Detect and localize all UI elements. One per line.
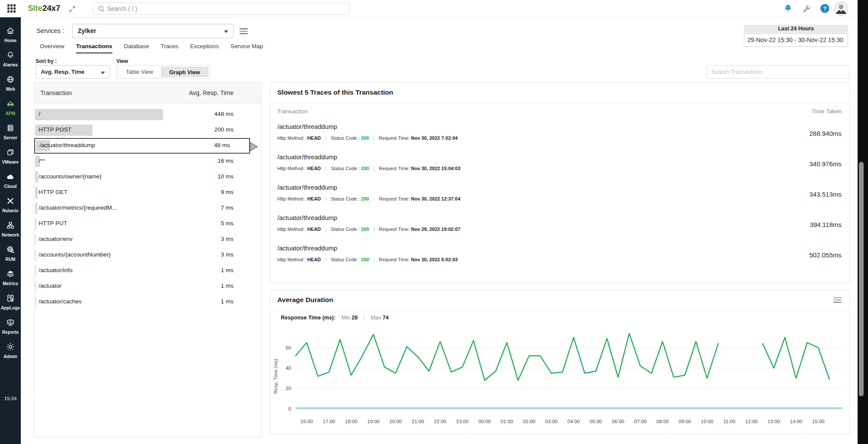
transaction-name: /actuator bbox=[39, 283, 62, 289]
traces-col-time-taken: Time Taken bbox=[812, 108, 842, 115]
sidebar-item-home[interactable]: Home bbox=[0, 23, 21, 47]
sidebar-item-metrics[interactable]: Metrics bbox=[0, 266, 21, 290]
tools-wrench-icon[interactable] bbox=[802, 3, 812, 14]
sort-by-dropdown[interactable]: Avg. Resp. Time bbox=[36, 65, 110, 79]
transaction-row[interactable]: /actuator/info1 ms bbox=[34, 263, 261, 279]
time-range-value[interactable]: 29-Nov-22 15:30 - 30-Nov-22 15:30 bbox=[744, 33, 848, 47]
metrics-icon bbox=[6, 270, 15, 280]
services-label: Services : bbox=[36, 27, 64, 34]
transaction-row[interactable]: HTTP POST200 ms bbox=[34, 122, 261, 138]
tab-database[interactable]: Database bbox=[124, 43, 149, 53]
response-time-bar bbox=[35, 203, 37, 214]
chart-menu-icon[interactable] bbox=[833, 297, 842, 303]
transaction-row[interactable]: /accounts/{accountNumber}3 ms bbox=[34, 247, 261, 263]
apps-grid-icon[interactable] bbox=[7, 4, 16, 13]
transaction-row[interactable]: HTTP PUT5 ms bbox=[34, 216, 261, 232]
time-range-picker[interactable]: Last 24 Hours 29-Nov-22 15:30 - 30-Nov-2… bbox=[744, 25, 848, 47]
transaction-avg-resp-time: 3 ms bbox=[221, 236, 233, 242]
services-dropdown[interactable]: Zylker bbox=[72, 24, 233, 38]
transaction-row[interactable]: /**16 ms bbox=[34, 154, 261, 169]
transaction-row[interactable]: /448 ms bbox=[34, 107, 261, 122]
transaction-row[interactable]: /actuator/caches1 ms bbox=[34, 294, 261, 310]
http-method-value: HEAD bbox=[307, 166, 321, 171]
search-transactions-input[interactable] bbox=[707, 65, 850, 79]
sidebar-item-nutanix[interactable]: Nutanix bbox=[0, 193, 21, 217]
avatar[interactable] bbox=[834, 1, 844, 12]
response-time-bar bbox=[35, 171, 38, 183]
response-time-bar bbox=[35, 109, 163, 120]
transaction-avg-resp-time: 16 ms bbox=[217, 158, 233, 164]
status-code-label: Status Code : bbox=[331, 166, 360, 171]
sidebar-item-rum[interactable]: RUM bbox=[0, 241, 21, 266]
sidebar-item-cloud[interactable]: Cloud bbox=[0, 168, 21, 193]
vmware-icon bbox=[6, 148, 15, 158]
trace-transaction-name[interactable]: /actuator/threaddump bbox=[277, 154, 337, 161]
svg-text:01:00: 01:00 bbox=[500, 419, 513, 424]
trace-transaction-name[interactable]: /actuator/threaddump bbox=[277, 214, 337, 221]
sidebar-item-server[interactable]: Server bbox=[0, 120, 21, 144]
request-time-label: Request Time: bbox=[379, 196, 410, 201]
status-code-label: Status Code : bbox=[331, 257, 360, 262]
tab-traces[interactable]: Traces bbox=[161, 43, 178, 53]
time-range-label: Last 24 Hours bbox=[744, 25, 848, 33]
home-icon bbox=[6, 26, 15, 37]
graph-view-button[interactable]: Graph View bbox=[161, 67, 208, 77]
transaction-row[interactable]: /actuator1 ms bbox=[34, 279, 261, 294]
sidebar-item-label: Cloud bbox=[4, 184, 17, 189]
tab-service-map[interactable]: Service Map bbox=[230, 43, 263, 53]
sidebar-item-apm[interactable]: APM bbox=[0, 95, 21, 120]
tab-exceptions[interactable]: Exceptions bbox=[190, 43, 219, 53]
trace-row[interactable]: /actuator/threaddumpHttp Method : HEAD|S… bbox=[270, 151, 849, 181]
table-view-button[interactable]: Table View bbox=[118, 67, 161, 77]
request-time-value: Nov 30, 2022 15:04:03 bbox=[411, 166, 460, 171]
sidebar-item-network[interactable]: Network bbox=[0, 217, 21, 241]
trace-row[interactable]: /actuator/threaddumpHttp Method : HEAD|S… bbox=[270, 242, 849, 272]
transaction-row[interactable]: /actuator/metrics/{requiredM...7 ms bbox=[34, 201, 261, 216]
tab-transactions[interactable]: Transactions bbox=[76, 43, 112, 53]
scrollbar-thumb[interactable] bbox=[859, 162, 864, 396]
trace-transaction-name[interactable]: /actuator/threaddump bbox=[277, 123, 337, 130]
trace-meta: Http Method : HEAD|Status Code : 200|Req… bbox=[277, 135, 458, 141]
transaction-row[interactable]: /accounts/owner/{name}10 ms bbox=[34, 169, 261, 185]
tab-overview[interactable]: Overview bbox=[40, 43, 64, 53]
sidebar-item-vmware[interactable]: VMware bbox=[0, 144, 21, 168]
svg-text:40: 40 bbox=[286, 365, 291, 371]
notifications-bell-icon[interactable] bbox=[783, 3, 793, 14]
transaction-name: /actuator/caches bbox=[39, 298, 82, 305]
request-time-label: Request Time: bbox=[379, 257, 410, 262]
sidebar-item-reports[interactable]: Reports bbox=[0, 314, 21, 339]
trace-row[interactable]: /actuator/threaddumpHttp Method : HEAD|S… bbox=[270, 181, 849, 211]
sidebar-item-admin[interactable]: Admin bbox=[0, 339, 21, 363]
site24x7-logo[interactable]: Site24x7 bbox=[28, 3, 60, 13]
apm-icon bbox=[6, 99, 15, 110]
view-toggle: Table View Graph View bbox=[116, 65, 210, 79]
svg-text:11:00: 11:00 bbox=[723, 419, 735, 424]
svg-text:17:00: 17:00 bbox=[322, 419, 335, 424]
trace-meta: Http Method : HEAD|Status Code : 200|Req… bbox=[277, 196, 460, 201]
sidebar-item-applogs[interactable]: AppLogs bbox=[0, 290, 21, 314]
transaction-avg-resp-time: 9 ms bbox=[221, 189, 233, 195]
trace-row[interactable]: /actuator/threaddumpHttp Method : HEAD|S… bbox=[270, 120, 849, 151]
trace-row[interactable]: /actuator/threaddumpHttp Method : HEAD|S… bbox=[270, 211, 849, 242]
transaction-name: /accounts/{accountNumber} bbox=[39, 251, 111, 258]
transaction-row[interactable]: HTTP GET9 ms bbox=[34, 185, 261, 201]
traces-rows: /actuator/threaddumpHttp Method : HEAD|S… bbox=[270, 120, 849, 272]
trace-transaction-name[interactable]: /actuator/threaddump bbox=[277, 184, 337, 191]
request-time-value: Nov 29, 2022 19:02:07 bbox=[411, 227, 460, 232]
help-icon[interactable]: ? bbox=[820, 3, 830, 14]
sidebar-item-web[interactable]: Web bbox=[0, 71, 21, 95]
service-tabs: OverviewTransactionsDatabaseTracesExcept… bbox=[40, 43, 263, 53]
global-search-input[interactable] bbox=[107, 3, 346, 14]
transaction-avg-resp-time: 448 ms bbox=[214, 111, 233, 117]
sidebar: HomeAlarmsWebAPMServerVMwareCloudNutanix… bbox=[0, 17, 21, 444]
transaction-avg-resp-time: 1 ms bbox=[221, 267, 233, 273]
transaction-row[interactable]: /actuator/env3 ms bbox=[34, 232, 261, 247]
sidebar-item-label: Alarms bbox=[3, 62, 18, 67]
alarms-icon bbox=[6, 51, 15, 61]
sidebar-item-alarms[interactable]: Alarms bbox=[0, 47, 21, 71]
http-method-label: Http Method : bbox=[277, 166, 306, 171]
trace-transaction-name[interactable]: /actuator/threaddump bbox=[277, 245, 337, 252]
services-menu-icon[interactable] bbox=[240, 28, 248, 34]
expand-icon[interactable] bbox=[69, 5, 76, 14]
transaction-row[interactable]: /actuator/threaddump48 ms bbox=[34, 138, 250, 154]
